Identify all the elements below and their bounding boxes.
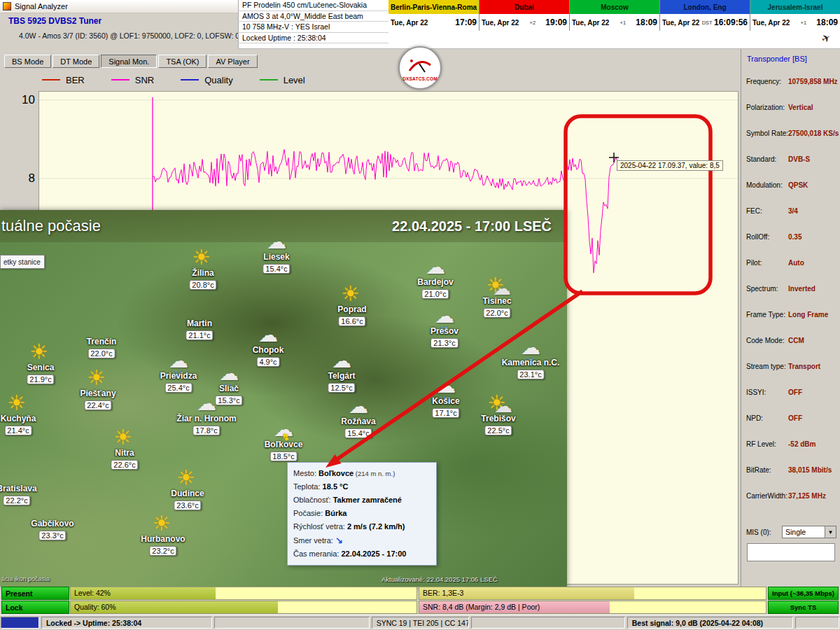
city-temperature: 21.9°c [27,374,54,384]
city-marker[interactable]: ☁,,,Kamenica n.C.23.1°c [502,358,560,380]
mis-dropdown[interactable]: Single ▼ [782,526,836,538]
transponder-label: Frame Type: [746,311,785,318]
transponder-row: CarrierWidth:37,125 MHz [746,489,839,514]
transponder-value: Auto [788,259,804,267]
cloud-glyph: ☁ [258,326,278,345]
city-temperature: 22.2°c [3,496,30,505]
city-marker[interactable]: ☁,,,Prievidza25.4°c [160,371,197,393]
clock-time: 18:09 [816,18,838,27]
transponder-row: Frame Type:Long Frame [746,307,839,333]
weather-datetime: 22.04.2025 - 17:00 LSEČ [392,218,552,234]
tab-tsa-ok-[interactable]: TSA (OK) [158,55,206,68]
city-name: Boľkovce [265,440,303,449]
sync-ts-box: Sync TS [768,601,839,614]
city-name: Tisinec [482,296,511,306]
city-marker[interactable]: ☀Hurbanovo23.2°c [141,534,185,556]
world-clock: London, EngTue, Apr 22DST16:09:56 [659,0,750,30]
city-marker[interactable]: ☀Piešťany22.4°c [80,388,115,411]
sun-glyph: ☀ [487,393,506,414]
clock-city-label: Berlin-Paris-Vienna-Roma [388,0,479,14]
transponder-panel-title: Transponder [BS] [747,55,807,63]
transponder-value: 37,125 MHz [788,492,826,500]
city-name: Poprad [337,304,366,314]
feed-info-line: PF Prodelin 450 cm/Lučenec-Slovakia [238,0,388,11]
city-temperature: 4.9°c [256,357,279,367]
city-marker[interactable]: Martin21.1°c [186,318,213,341]
city-marker[interactable]: ☀Dudince23.6°c [171,489,204,511]
sun-glyph: ☀ [486,275,505,296]
transponder-panel: Transponder [BS] Frequency:10759,858 MHz… [741,49,840,587]
all-stations-button[interactable]: etky stanice [0,255,45,269]
popup-value: 22.04.2025 - 17:00 [341,550,406,558]
cloud-glyph: ☁ [197,394,216,414]
city-marker[interactable]: ☀☁Trebišov22.5°c [481,414,515,436]
city-marker[interactable]: ☀Senica21.9°c [27,363,54,385]
transponder-label: Polarization: [746,104,785,111]
icon-legend-link[interactable]: ácia ikon počasia [1,575,50,582]
status-bar: Locked -> Uptime: 25:38:04SYNC 19 | TEI … [0,615,840,630]
weather-sun-cloud-icon: ☀☁ [483,393,514,414]
transponder-row: Code Mode:CCM [746,333,839,359]
popup-value: 2 m/s (7.2 km/h) [347,522,405,531]
city-marker[interactable]: Trenčín22.0°c [87,337,117,359]
city-marker[interactable]: ☁Žiar n. Hronom17.8°c [176,414,236,436]
tab-av-player[interactable]: AV Player [208,55,257,68]
city-marker[interactable]: ☁,,,Sliač15.3°c [215,384,242,406]
sun-glyph: ☀ [341,284,360,304]
popup-label: Teplota: [293,482,323,491]
weather-rain-icon: ☁,,, [515,337,546,358]
city-marker[interactable]: ☁Bardejov21.0°c [417,277,453,300]
city-marker[interactable]: ☁Telgárt12.5°c [328,371,355,393]
city-name: Rožňava [341,416,375,426]
popup-line: Čas merania: 22.04.2025 - 17:00 [293,547,430,561]
transponder-row: Frequency:10759,858 MHz [746,74,839,100]
weather-map-header: tuálne počasie 22.04.2025 - 17:00 LSEČ [0,210,567,242]
cloud2-glyph: ☁ [494,397,512,415]
sun-glyph: ☀ [113,427,132,448]
window-title: Signal Analyzer [15,2,68,10]
transponder-value: 3/4 [788,207,798,215]
city-marker[interactable]: ☁Rožňava15.4°c [341,416,375,439]
chevron-down-icon[interactable]: ▼ [825,526,836,538]
city-name: Kuchyňa [1,414,36,424]
city-marker[interactable]: ☀Kuchyňa21.4°c [1,414,36,436]
popup-value: Búrka [325,509,346,517]
transponder-row: NPD:OFF [746,411,839,437]
transponder-label: RollOff: [746,233,769,241]
city-marker[interactable]: ☀Poprad16.6°c [337,304,366,327]
city-name: Prievidza [160,371,197,381]
city-marker[interactable]: ☁↯Boľkovce18.5°c [265,440,303,462]
city-marker[interactable]: Bratislava22.2°c [0,484,37,506]
weather-sun-icon: ☀ [188,247,218,268]
clock-time: 18:09 [636,18,657,27]
city-marker[interactable]: ☁,,,Prešov21.3°c [430,326,458,349]
tab-dt-mode[interactable]: DT Mode [52,55,99,68]
cloud-glyph: ☁ [349,397,368,416]
city-marker[interactable]: Gabčíkovo23.3°c [31,519,74,541]
transponder-value: Vertical [788,104,813,111]
tab-signal-mon-[interactable]: Signal Mon. [101,55,157,68]
city-marker[interactable]: ☀Žilina20.8°c [189,268,216,290]
city-marker[interactable]: ☀Nitra22.6°c [111,448,138,470]
popup-line: Smer vetra: ↘ [293,533,430,547]
statusbar-segment [214,617,369,629]
city-marker[interactable]: ☁,,,Košice17.1°c [432,396,459,419]
popup-label: Oblačnosť: [293,496,333,504]
transponder-value: 0.35 [788,233,802,241]
city-name: Trebišov [481,414,515,424]
city-marker[interactable]: ☀☁Tisinec22.0°c [482,296,511,318]
city-temperature: 25.4°c [164,383,192,393]
legend-label: SNR [135,75,154,85]
popup-value-wind-arrow-icon: ↘ [335,535,343,545]
sun-glyph: ☀ [192,247,211,268]
city-temperature: 22.0°c [483,308,510,318]
snr-bar-label: SNR: 8,4 dB (Margin: 2,9 dB | Poor) [423,603,540,611]
city-marker[interactable]: ☁Chopok4.9°c [253,345,284,368]
city-temperature: 21.3°c [430,338,458,348]
city-name: Košice [432,396,459,406]
transponder-label: Modulation: [746,181,783,189]
weather-sun-icon: ☀ [3,393,34,414]
weather-rain-icon: ☁,,, [163,350,194,371]
city-marker[interactable]: ☁Liesek15.4°c [262,252,290,274]
tab-bs-mode[interactable]: BS Mode [4,55,51,68]
